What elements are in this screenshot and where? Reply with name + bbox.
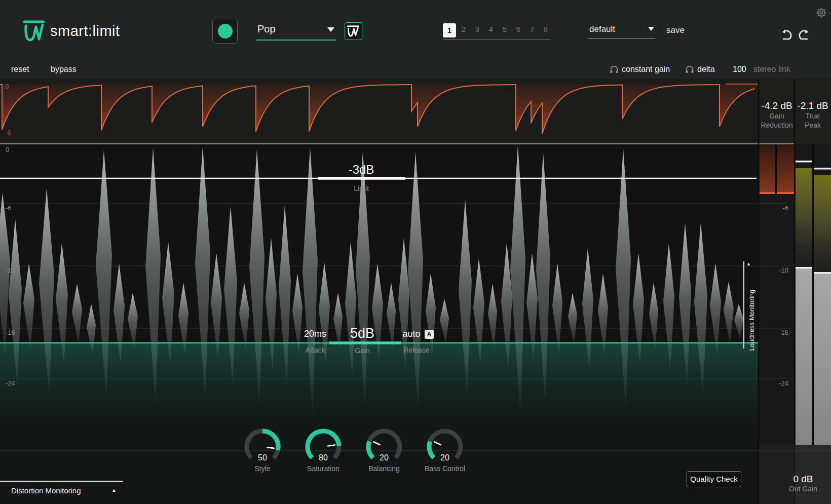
reset-button[interactable]: reset: [11, 65, 29, 74]
page-button-5[interactable]: 5: [498, 25, 511, 33]
gain-reduction-label-2: Reduction: [759, 121, 795, 129]
limiter-display[interactable]: [0, 79, 831, 504]
parameter-page-selector: 1 2 3 4 5 6 7 8: [443, 23, 550, 40]
knob-value[interactable]: 20: [354, 453, 414, 462]
knob-label: Bass Control: [414, 464, 475, 473]
genre-profile-value: Pop: [257, 23, 276, 35]
knob-label: Saturation: [293, 464, 354, 473]
out-gain-value[interactable]: 0 dB: [780, 474, 826, 485]
preset-value: default: [589, 24, 615, 34]
peak-meter-left: [796, 168, 812, 269]
stereo-link-label: stereo link: [753, 65, 790, 74]
loudness-monitoring-label[interactable]: Loudness Monitoring: [748, 270, 756, 351]
true-peak-value: -2.1 dB: [795, 100, 830, 111]
record-dot-icon: [218, 24, 233, 38]
axis-right--10: -10: [758, 266, 788, 274]
page-button-6[interactable]: 6: [512, 25, 525, 33]
genre-profile-dropdown[interactable]: Pop: [256, 22, 336, 41]
limit-label: Limit: [311, 184, 412, 192]
knob-value[interactable]: 50: [232, 453, 293, 462]
learn-button[interactable]: [345, 22, 362, 40]
axis-left--6: -6: [6, 204, 12, 212]
save-button[interactable]: save: [666, 25, 685, 35]
stereo-link-value[interactable]: 100: [733, 65, 746, 74]
release-auto-badge[interactable]: A: [425, 330, 434, 339]
peak-meter-right: [814, 175, 831, 276]
gain-reduction-value: -4.2 dB: [759, 100, 795, 111]
delta-toggle[interactable]: delta: [697, 65, 715, 74]
quality-check-button[interactable]: Quality Check: [687, 471, 741, 487]
gain-value[interactable]: 5dB: [332, 326, 393, 341]
page-button-7[interactable]: 7: [525, 25, 539, 33]
knob-value[interactable]: 20: [414, 453, 475, 462]
redo-icon[interactable]: [797, 27, 811, 42]
release-label: Release: [391, 346, 442, 354]
axis-left-0: 0: [6, 146, 9, 153]
distortion-monitoring-divider: [0, 481, 123, 482]
sonible-glyph-icon: [345, 23, 361, 39]
peak-hold-right: [814, 168, 831, 170]
true-peak-label-2: Peak: [795, 121, 830, 129]
expand-triangle-icon[interactable]: ▲: [111, 487, 117, 493]
level-bar-right: [814, 272, 831, 445]
preset-dropdown[interactable]: default: [588, 23, 655, 39]
header-bar: smart:limit Pop 1 2 3 4 5 6 7 8 default: [0, 0, 831, 79]
axis-left--16: -16: [6, 329, 15, 336]
gain-label: Gain: [332, 346, 393, 355]
collapse-triangle-icon[interactable]: ▲: [746, 261, 751, 266]
axis-right--6: -6: [758, 204, 788, 212]
gr-axis--6: -6: [5, 129, 11, 136]
headphones-icon: [685, 65, 694, 73]
page-button-8[interactable]: 8: [539, 25, 552, 33]
chevron-down-icon: [648, 27, 654, 31]
bypass-button[interactable]: bypass: [51, 65, 77, 74]
record-button[interactable]: [212, 19, 238, 44]
loudness-monitoring-divider: [743, 261, 744, 348]
undo-icon[interactable]: [780, 27, 794, 42]
level-bar-left: [796, 267, 812, 445]
axis-left--24: -24: [6, 379, 15, 387]
sonible-logo-icon: [22, 18, 47, 43]
axis-left--10: -10: [6, 266, 15, 274]
axis-right--16: -16: [758, 329, 788, 336]
gain-reduction-label-1: Gain: [759, 112, 795, 120]
knob-label: Balancing: [354, 464, 414, 473]
settings-gear-icon[interactable]: [815, 6, 828, 19]
page-button-1[interactable]: 1: [443, 23, 456, 37]
page-button-2[interactable]: 2: [457, 25, 470, 33]
limit-value[interactable]: -3dB: [311, 163, 412, 177]
headphones-icon: [610, 65, 619, 73]
smartlimit-plugin-window: smart:limit Pop 1 2 3 4 5 6 7 8 default: [0, 0, 831, 504]
knob-label: Style: [232, 464, 293, 473]
true-peak-label-1: True: [795, 112, 830, 120]
app-title: smart:limit: [50, 23, 120, 40]
out-gain-label: Out Gain: [780, 485, 826, 493]
page-button-3[interactable]: 3: [471, 25, 484, 33]
chevron-down-icon: [327, 27, 334, 32]
constant-gain-toggle[interactable]: constant gain: [622, 65, 670, 74]
distortion-monitoring-label[interactable]: Distortion Monitoring: [11, 486, 81, 495]
peak-hold-left: [796, 161, 812, 163]
gr-axis-0: 0: [5, 83, 9, 90]
knob-value[interactable]: 80: [293, 453, 354, 462]
page-button-4[interactable]: 4: [484, 25, 498, 33]
axis-right--24: -24: [758, 379, 788, 387]
